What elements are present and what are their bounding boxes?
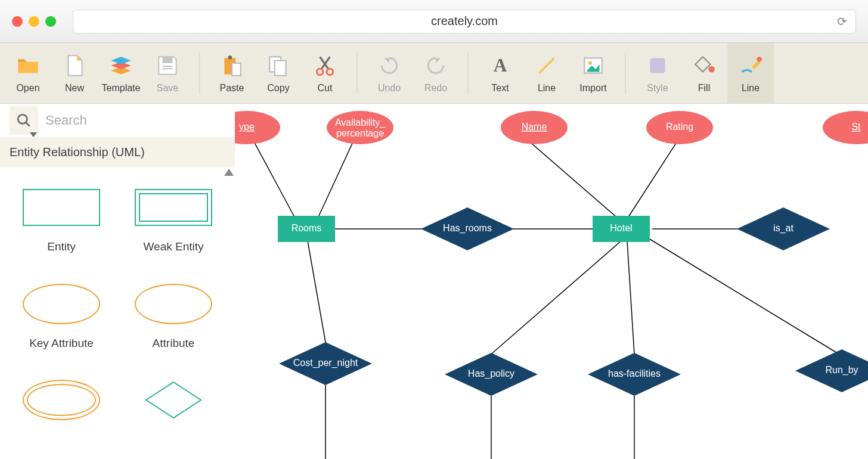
- url-bar[interactable]: creately.com ⟳: [73, 10, 856, 33]
- svg-line-20: [26, 122, 30, 126]
- shape-multivalued[interactable]: [11, 378, 112, 441]
- svg-line-9: [321, 57, 330, 69]
- toolbar: Open New Template Save Paste: [0, 43, 868, 104]
- line-icon: [534, 53, 559, 78]
- undo-icon: [377, 53, 402, 78]
- template-button[interactable]: Template: [98, 43, 144, 103]
- svg-point-17: [708, 66, 715, 73]
- shape-key-attribute[interactable]: Key Attribute: [11, 282, 112, 358]
- er-edge[interactable]: [527, 139, 616, 217]
- pencil-line-icon: [738, 53, 763, 78]
- er-attr-label: St: [851, 122, 861, 132]
- cut-icon: [312, 53, 337, 78]
- er-entity-label: Rooms: [292, 223, 322, 233]
- svg-line-8: [320, 57, 329, 69]
- traffic-lights: [12, 16, 56, 27]
- text-icon: A: [488, 53, 513, 78]
- er-edge[interactable]: [627, 241, 634, 354]
- er-attr-label: Availability_: [335, 117, 386, 128]
- scroll-up-icon[interactable]: [224, 169, 234, 176]
- new-button[interactable]: New: [51, 43, 98, 103]
- er-diagram-svg: ypeAvailability_percentageNameRatingStRo…: [235, 104, 868, 459]
- search-icon[interactable]: [10, 106, 38, 135]
- er-edge[interactable]: [318, 139, 354, 217]
- redo-icon: [423, 53, 448, 78]
- open-button[interactable]: Open: [5, 43, 51, 103]
- er-rel-label: is_at: [773, 223, 793, 234]
- svg-rect-2: [163, 68, 173, 69]
- er-attr-label: percentage: [336, 128, 384, 138]
- er-rel-label: Has_rooms: [443, 223, 492, 234]
- er-attribute-st[interactable]: [823, 111, 868, 144]
- svg-rect-4: [228, 55, 232, 59]
- toolbar-separator: [356, 52, 358, 94]
- search-row: [0, 104, 235, 137]
- er-rel-label: has-facilities: [608, 368, 661, 379]
- close-window-icon[interactable]: [12, 16, 23, 27]
- er-rel-label: Run_by: [825, 365, 858, 376]
- style-button[interactable]: Style: [634, 43, 681, 103]
- style-rect-icon: [645, 53, 670, 78]
- shape-sidebar: Entity Relationship (UML) Entity Weak En…: [0, 104, 235, 459]
- svg-rect-16: [650, 58, 665, 73]
- er-edge[interactable]: [308, 241, 326, 342]
- er-entity-label: Hotel: [610, 223, 632, 233]
- line-insert-button[interactable]: Line: [523, 43, 570, 103]
- shape-relationship[interactable]: [123, 378, 224, 441]
- browser-chrome: creately.com ⟳: [0, 0, 868, 43]
- folder-icon: [16, 53, 41, 78]
- svg-rect-1: [163, 66, 173, 67]
- diagram-canvas[interactable]: ypeAvailability_percentageNameRatingStRo…: [235, 104, 868, 459]
- main-content: Entity Relationship (UML) Entity Weak En…: [0, 104, 868, 459]
- er-attr-label: ype: [239, 122, 255, 132]
- toolbar-separator: [199, 52, 200, 94]
- er-edge[interactable]: [491, 241, 621, 354]
- toolbar-separator: [625, 52, 626, 94]
- line-draw-button[interactable]: Line: [727, 43, 774, 103]
- copy-button[interactable]: Copy: [255, 43, 302, 103]
- url-text: creately.com: [431, 14, 498, 28]
- reload-icon[interactable]: ⟳: [837, 14, 847, 29]
- svg-point-18: [757, 57, 762, 61]
- new-file-icon: [62, 53, 87, 78]
- save-button[interactable]: Save: [144, 43, 191, 103]
- copy-icon: [266, 53, 291, 78]
- redo-button[interactable]: Redo: [413, 43, 459, 103]
- svg-rect-0: [163, 57, 173, 63]
- shape-entity[interactable]: Entity: [11, 185, 112, 262]
- fill-bucket-icon: [692, 53, 717, 78]
- svg-rect-7: [275, 60, 286, 75]
- svg-point-10: [317, 69, 323, 75]
- svg-point-11: [327, 69, 333, 75]
- er-edge[interactable]: [253, 139, 294, 217]
- save-icon: [155, 53, 180, 78]
- cut-button[interactable]: Cut: [302, 43, 348, 103]
- er-rel-label: Has_policy: [468, 368, 514, 379]
- er-attr-label: Name: [522, 122, 547, 132]
- toolbar-separator: [467, 52, 469, 94]
- shape-panel: Entity Weak Entity Key Attribute Attribu…: [0, 168, 235, 459]
- text-button[interactable]: A Text: [477, 43, 523, 103]
- shape-attribute[interactable]: Attribute: [123, 282, 224, 358]
- er-edge[interactable]: [649, 238, 837, 353]
- minimize-window-icon[interactable]: [29, 16, 39, 27]
- svg-text:A: A: [494, 55, 507, 76]
- undo-button[interactable]: Undo: [366, 43, 413, 103]
- shape-category-header[interactable]: Entity Relationship (UML): [0, 137, 235, 168]
- paste-icon: [219, 53, 244, 78]
- import-button[interactable]: Import: [570, 43, 616, 103]
- shape-weak-entity[interactable]: Weak Entity: [123, 185, 224, 262]
- search-input[interactable]: [38, 108, 225, 133]
- er-edge[interactable]: [628, 139, 678, 217]
- template-stack-icon: [108, 53, 134, 78]
- svg-rect-5: [232, 63, 241, 75]
- fill-button[interactable]: Fill: [681, 43, 727, 103]
- er-rel-label: Cost_per_night: [293, 358, 358, 368]
- svg-line-13: [539, 58, 554, 73]
- import-icon: [581, 53, 606, 78]
- maximize-window-icon[interactable]: [45, 16, 56, 27]
- paste-button[interactable]: Paste: [209, 43, 255, 103]
- svg-point-19: [18, 114, 27, 123]
- svg-point-15: [588, 61, 592, 64]
- search-dropdown-icon[interactable]: [30, 132, 37, 137]
